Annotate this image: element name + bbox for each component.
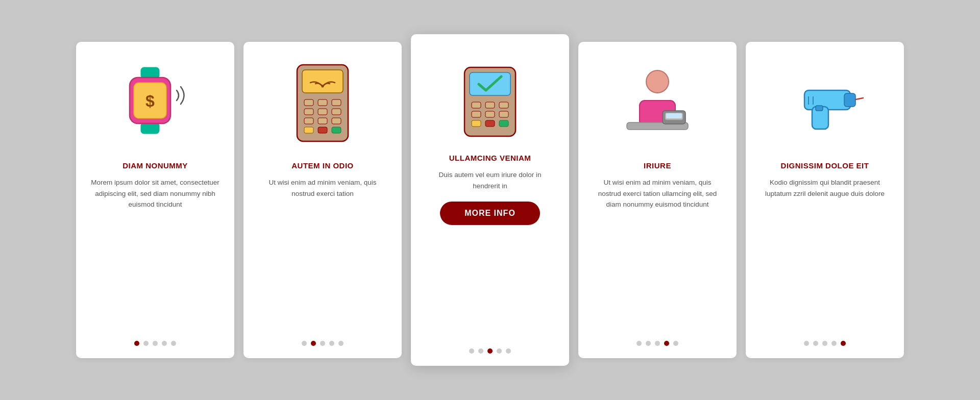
card-2-text: Ut wisi enim ad minim veniam, quis nostr… — [258, 177, 387, 199]
card-5-dots — [804, 336, 846, 346]
svg-line-43 — [855, 98, 863, 99]
card-2: AUTEM IN ODIO Ut wisi enim ad minim veni… — [243, 42, 402, 358]
svg-rect-14 — [304, 118, 313, 124]
card-3-title: ULLAMCING VENIAM — [449, 154, 531, 162]
svg-rect-28 — [472, 120, 481, 127]
svg-rect-39 — [844, 93, 855, 107]
card-5-icon — [779, 57, 871, 149]
svg-rect-10 — [332, 99, 341, 106]
svg-rect-23 — [485, 102, 495, 108]
card-3: ULLAMCING VENIAM Duis autem vel eum iriu… — [411, 34, 569, 366]
card-5-text: Kodio dignissim qui blandit praesent lup… — [760, 177, 890, 199]
dot-1-0 — [134, 341, 139, 346]
card-4: IRIURE Ut wisi enim ad minim veniam, qui… — [578, 42, 737, 358]
dot-5-4 — [841, 341, 846, 346]
dot-5-3 — [831, 341, 837, 346]
dot-3-1 — [478, 348, 483, 354]
dot-3-3 — [497, 348, 502, 354]
svg-rect-18 — [318, 127, 327, 133]
dot-4-4 — [673, 341, 678, 346]
dot-4-1 — [646, 341, 651, 346]
svg-rect-16 — [332, 118, 341, 124]
dot-1-1 — [143, 341, 149, 346]
svg-rect-6 — [302, 70, 343, 93]
svg-rect-26 — [485, 111, 495, 117]
svg-text:$: $ — [145, 92, 155, 110]
svg-point-31 — [646, 70, 669, 93]
card-5-title: DIGNISSIM DOLOE EIT — [781, 161, 869, 170]
dot-1-3 — [162, 341, 167, 346]
dot-4-3 — [664, 341, 669, 346]
svg-rect-11 — [304, 109, 313, 115]
dot-5-0 — [804, 341, 809, 346]
dot-4-2 — [655, 341, 660, 346]
dot-3-0 — [469, 348, 474, 354]
svg-rect-1 — [141, 122, 159, 134]
svg-rect-13 — [332, 109, 341, 115]
card-1-dots — [134, 336, 176, 346]
svg-rect-24 — [499, 102, 508, 108]
dot-4-0 — [636, 341, 642, 346]
dot-1-4 — [171, 341, 176, 346]
card-4-icon — [611, 57, 703, 149]
svg-rect-27 — [499, 111, 508, 117]
dot-1-2 — [153, 341, 158, 346]
dot-2-1 — [311, 341, 316, 346]
dot-2-3 — [329, 341, 334, 346]
svg-rect-21 — [470, 72, 510, 95]
card-3-icon — [444, 49, 536, 141]
cards-container: $ DIAM NONUMMY Morem ipsum dolor sit ame… — [56, 34, 924, 366]
svg-rect-40 — [816, 106, 823, 111]
card-2-title: AUTEM IN ODIO — [291, 161, 354, 170]
card-1-icon: $ — [109, 57, 201, 149]
card-1-text: Morem ipsum dolor sit amet, consectetuer… — [90, 177, 220, 210]
svg-rect-29 — [485, 120, 495, 127]
svg-rect-19 — [332, 127, 341, 133]
svg-rect-17 — [304, 127, 313, 133]
svg-rect-25 — [472, 111, 481, 117]
svg-rect-37 — [804, 90, 850, 110]
dot-3-2 — [487, 348, 493, 354]
card-2-icon — [277, 57, 369, 149]
card-4-dots — [636, 336, 678, 346]
svg-rect-0 — [141, 67, 159, 79]
svg-rect-9 — [318, 99, 327, 106]
dot-2-0 — [302, 341, 307, 346]
svg-rect-36 — [666, 113, 682, 118]
dot-5-2 — [822, 341, 827, 346]
card-5: DIGNISSIM DOLOE EIT Kodio dignissim qui … — [746, 42, 904, 358]
svg-rect-15 — [318, 118, 327, 124]
card-4-title: IRIURE — [644, 161, 671, 170]
card-3-dots — [469, 343, 511, 354]
more-info-button[interactable]: MORE INFO — [440, 202, 540, 225]
dot-3-4 — [506, 348, 511, 354]
card-1: $ DIAM NONUMMY Morem ipsum dolor sit ame… — [76, 42, 234, 358]
dot-2-4 — [338, 341, 344, 346]
card-3-text: Duis autem vel eum iriure dolor in hendr… — [425, 169, 555, 191]
dot-5-1 — [813, 341, 818, 346]
svg-rect-12 — [318, 109, 327, 115]
card-4-text: Ut wisi enim ad minim veniam, quis nostr… — [593, 177, 722, 210]
dot-2-2 — [320, 341, 325, 346]
svg-rect-30 — [499, 120, 508, 127]
svg-rect-8 — [304, 99, 313, 106]
card-1-title: DIAM NONUMMY — [122, 161, 188, 170]
svg-rect-22 — [472, 102, 481, 108]
card-2-dots — [302, 336, 344, 346]
